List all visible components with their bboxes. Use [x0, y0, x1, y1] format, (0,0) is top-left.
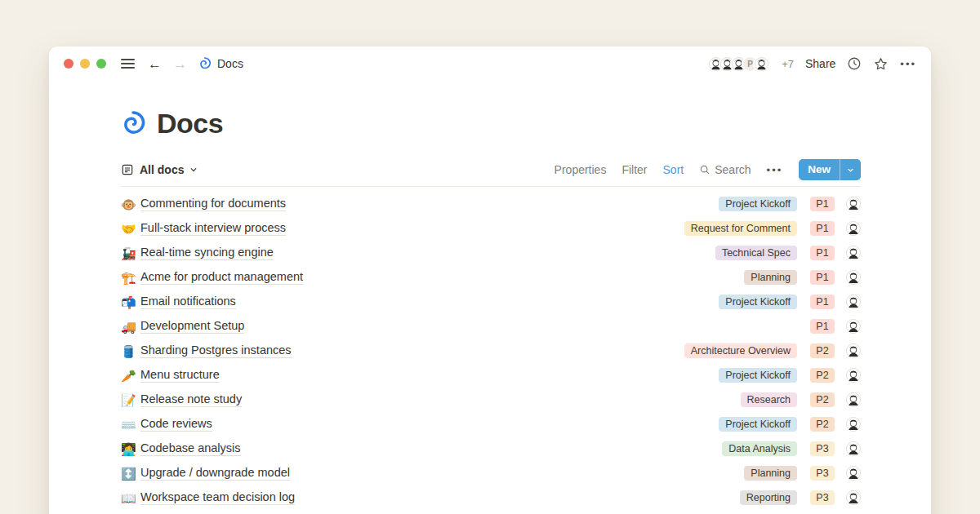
doc-title[interactable]: Sharding Postgres instances [140, 343, 292, 358]
more-options-icon[interactable]: ••• [900, 58, 916, 70]
doc-title[interactable]: Menu structure [140, 368, 220, 383]
priority-badge[interactable]: P1 [810, 221, 834, 236]
doc-row-meta: ReportingP3 [740, 490, 861, 505]
doc-type-tag[interactable]: Planning [744, 466, 797, 481]
doc-row-meta: ResearchP2 [741, 392, 862, 407]
doc-row[interactable]: 🦜Performance review feedbackResearchP3 [121, 510, 861, 514]
doc-type-tag[interactable]: Research [741, 392, 798, 407]
sort-button[interactable]: Sort [663, 163, 684, 176]
priority-badge[interactable]: P1 [810, 246, 834, 260]
doc-row[interactable]: 🤝Full-stack interview processRequest for… [121, 216, 861, 241]
assignee-avatar[interactable] [846, 319, 861, 334]
doc-type-tag[interactable]: Reporting [740, 490, 797, 505]
priority-badge[interactable]: P3 [810, 441, 834, 456]
doc-type-tag[interactable]: Project Kickoff [719, 295, 797, 309]
priority-badge[interactable]: P2 [810, 392, 834, 407]
doc-row[interactable]: 🚂Real-time syncing engineTechnical SpecP… [121, 241, 861, 265]
assignee-avatar[interactable] [846, 392, 861, 407]
priority-badge[interactable]: P1 [810, 197, 834, 211]
doc-row[interactable]: ↕️Upgrade / downgrade modelPlanningP3 [121, 461, 861, 485]
doc-row[interactable]: 🚚Development SetupP1 [121, 314, 861, 339]
priority-badge[interactable]: P2 [810, 368, 834, 383]
doc-title[interactable]: Release note study [140, 392, 242, 407]
assignee-avatar[interactable] [846, 490, 861, 505]
doc-row[interactable]: 📬Email notificationsProject KickoffP1 [121, 290, 861, 314]
new-button-label[interactable]: New [799, 159, 840, 180]
page-content: Docs All docs Properties Filter Sort [49, 108, 931, 514]
assignee-avatar[interactable] [846, 197, 861, 211]
doc-emoji-icon: 🛢️ [121, 345, 140, 357]
new-button[interactable]: New [799, 159, 861, 180]
filter-button[interactable]: Filter [621, 163, 647, 176]
doc-type-tag[interactable]: Project Kickoff [719, 197, 797, 211]
priority-slot: P3 [804, 490, 841, 505]
back-arrow-icon[interactable]: ← [148, 57, 162, 71]
priority-slot: P2 [804, 392, 841, 407]
doc-type-tag[interactable]: Architecture Overview [684, 343, 797, 358]
priority-badge[interactable]: P1 [810, 295, 834, 309]
doc-title[interactable]: Workspace team decision log [140, 490, 295, 505]
new-chevron-down-icon[interactable] [840, 159, 861, 180]
doc-title[interactable]: Development Setup [140, 319, 244, 334]
priority-badge[interactable]: P3 [810, 490, 834, 505]
assignee-avatar[interactable] [846, 417, 861, 432]
doc-row-meta: Project KickoffP2 [719, 417, 861, 432]
doc-type-tag[interactable]: Planning [744, 270, 797, 285]
properties-button[interactable]: Properties [555, 163, 607, 176]
doc-title[interactable]: Codebase analysis [140, 441, 241, 456]
updates-clock-icon[interactable] [847, 56, 862, 71]
collaborator-avatar[interactable] [753, 55, 770, 73]
assignee-avatar[interactable] [846, 221, 861, 236]
priority-badge[interactable]: P1 [810, 319, 834, 334]
breadcrumb[interactable]: Docs [198, 57, 243, 70]
doc-title[interactable]: Commenting for documents [140, 197, 286, 211]
doc-row[interactable]: 🥕Menu structureProject KickoffP2 [121, 363, 861, 388]
traffic-lights[interactable] [64, 59, 106, 69]
doc-title[interactable]: Code reviews [140, 417, 212, 432]
share-button[interactable]: Share [805, 57, 835, 70]
favorite-star-icon[interactable] [873, 56, 889, 72]
forward-arrow-icon[interactable]: → [173, 57, 187, 71]
doc-type-tag[interactable]: Request for Comment [684, 221, 797, 236]
doc-row-meta: PlanningP3 [744, 466, 861, 481]
doc-type-tag[interactable]: Data Analysis [722, 441, 797, 456]
doc-row[interactable]: 📝Release note studyResearchP2 [121, 388, 861, 412]
doc-emoji-icon: 🏗️ [121, 272, 140, 284]
doc-row-meta: Data AnalysisP3 [722, 441, 861, 456]
close-button[interactable] [64, 59, 74, 69]
doc-row[interactable]: 🐵Commenting for documentsProject Kickoff… [121, 192, 861, 216]
doc-emoji-icon: 👩‍💻 [121, 443, 140, 455]
doc-row[interactable]: 🏗️Acme for product managementPlanningP1 [121, 265, 861, 290]
assignee-avatar[interactable] [846, 295, 861, 309]
assignee-avatar[interactable] [846, 246, 861, 260]
priority-badge[interactable]: P2 [810, 417, 834, 432]
doc-row[interactable]: ⌨️Code reviewsProject KickoffP2 [121, 412, 861, 436]
view-switcher[interactable]: All docs [121, 163, 198, 176]
assignee-avatar[interactable] [846, 466, 861, 481]
assignee-avatar[interactable] [846, 368, 861, 383]
minimize-button[interactable] [80, 59, 90, 69]
assignee-avatar[interactable] [846, 343, 861, 358]
assignee-avatar[interactable] [846, 270, 861, 285]
doc-row[interactable]: 👩‍💻Codebase analysisData AnalysisP3 [121, 436, 861, 461]
priority-badge[interactable]: P1 [810, 270, 834, 285]
doc-type-tag[interactable]: Technical Spec [715, 246, 797, 260]
doc-row[interactable]: 📖Workspace team decision logReportingP3 [121, 485, 861, 510]
doc-type-tag[interactable]: Project Kickoff [719, 368, 797, 383]
collaborator-avatar-stack[interactable]: P [707, 55, 770, 73]
assignee-avatar[interactable] [846, 441, 861, 456]
doc-title[interactable]: Email notifications [140, 295, 236, 309]
doc-row[interactable]: 🛢️Sharding Postgres instancesArchitectur… [121, 339, 861, 363]
search-button[interactable]: Search [699, 163, 751, 176]
doc-title[interactable]: Acme for product management [140, 270, 303, 285]
doc-title[interactable]: Full-stack interview process [140, 221, 286, 236]
doc-title[interactable]: Upgrade / downgrade model [140, 466, 290, 481]
priority-badge[interactable]: P2 [810, 343, 834, 358]
zoom-button[interactable] [96, 59, 106, 69]
view-more-icon[interactable]: ••• [767, 164, 783, 176]
priority-badge[interactable]: P3 [810, 466, 834, 481]
search-label: Search [715, 163, 751, 176]
doc-type-tag[interactable]: Project Kickoff [719, 417, 797, 432]
sidebar-menu-icon[interactable] [121, 59, 135, 69]
doc-title[interactable]: Real-time syncing engine [140, 246, 274, 260]
